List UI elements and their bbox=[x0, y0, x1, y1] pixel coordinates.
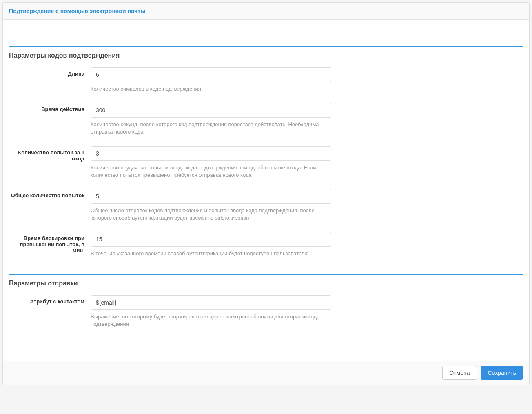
panel-body: Параметры кодов подтверждения Длина Коли… bbox=[3, 20, 529, 361]
form-row-attempts-per-login: Количество попыток за 1 вход Количество … bbox=[9, 146, 523, 179]
help-attempts-per-login: Количество неудачных попыток ввода кода … bbox=[91, 164, 331, 179]
section-title-codes: Параметры кодов подтверждения bbox=[9, 52, 523, 59]
panel-title: Подтверждение с помощью электронной почт… bbox=[9, 8, 523, 14]
input-attempts-per-login[interactable] bbox=[91, 146, 331, 161]
form-row-ttl: Время действия Количество секунд, после … bbox=[9, 103, 523, 136]
save-button[interactable]: Сохранить bbox=[481, 366, 523, 380]
form-row-length: Длина Количество символов в коде подтвер… bbox=[9, 67, 523, 93]
input-contact-attr[interactable] bbox=[91, 295, 331, 310]
label-attempts-per-login: Количество попыток за 1 вход bbox=[9, 146, 91, 162]
form-row-contact-attr: Атрибут с контактом Выражение, по которо… bbox=[9, 295, 523, 328]
section-divider bbox=[9, 46, 523, 47]
settings-panel: Подтверждение с помощью электронной почт… bbox=[2, 2, 530, 385]
section-divider bbox=[9, 274, 523, 275]
label-ttl: Время действия bbox=[9, 103, 91, 112]
input-ttl[interactable] bbox=[91, 103, 331, 118]
label-lock-time: Время блокировки при превышении попыток,… bbox=[9, 232, 91, 254]
form-row-total-attempts: Общее количество попыток Общее число отп… bbox=[9, 189, 523, 222]
form-row-lock-time: Время блокировки при превышении попыток,… bbox=[9, 232, 523, 257]
input-length[interactable] bbox=[91, 67, 331, 82]
help-contact-attr: Выражение, по которому будет формировать… bbox=[91, 313, 331, 328]
section-title-send: Параметры отправки bbox=[9, 280, 523, 287]
help-length: Количество символов в коде подтверждения bbox=[91, 85, 331, 93]
label-total-attempts: Общее количество попыток bbox=[9, 189, 91, 198]
help-ttl: Количество секунд, после которого код по… bbox=[91, 121, 331, 136]
help-lock-time: В течение указанного времени способ ауте… bbox=[91, 250, 331, 257]
label-contact-attr: Атрибут с контактом bbox=[9, 295, 91, 305]
label-length: Длина bbox=[9, 67, 91, 77]
panel-header: Подтверждение с помощью электронной почт… bbox=[3, 3, 529, 20]
help-total-attempts: Общее число отправок кодов подтверждения… bbox=[91, 207, 331, 222]
input-total-attempts[interactable] bbox=[91, 189, 331, 204]
panel-footer: Отмена Сохранить bbox=[3, 361, 529, 385]
cancel-button[interactable]: Отмена bbox=[442, 366, 477, 380]
input-lock-time[interactable] bbox=[91, 232, 331, 247]
